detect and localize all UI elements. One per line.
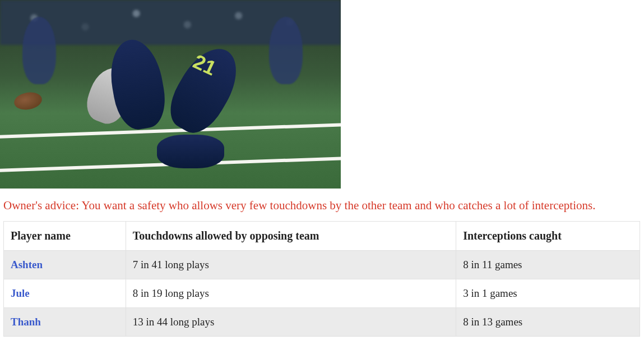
player-name-link[interactable]: Thanh xyxy=(4,307,126,336)
football-action-image: 21 xyxy=(0,0,341,189)
touchdowns-cell: 13 in 44 long plays xyxy=(126,307,456,336)
table-row: Thanh 13 in 44 long plays 8 in 13 games xyxy=(4,307,640,336)
touchdowns-cell: 8 in 19 long plays xyxy=(126,279,456,307)
table-header-row: Player name Touchdowns allowed by opposi… xyxy=(4,221,640,250)
col-header-touchdowns: Touchdowns allowed by opposing team xyxy=(126,221,456,250)
owners-advice-text: Owner's advice: You want a safety who al… xyxy=(0,189,644,221)
col-header-interceptions: Interceptions caught xyxy=(456,221,640,250)
player-stats-table: Player name Touchdowns allowed by opposi… xyxy=(3,221,640,337)
table-row: Jule 8 in 19 long plays 3 in 1 games xyxy=(4,279,640,307)
interceptions-cell: 8 in 13 games xyxy=(456,307,640,336)
touchdowns-cell: 7 in 41 long plays xyxy=(126,250,456,279)
col-header-player: Player name xyxy=(4,221,126,250)
interceptions-cell: 8 in 11 games xyxy=(456,250,640,279)
player-name-link[interactable]: Jule xyxy=(4,279,126,307)
interceptions-cell: 3 in 1 games xyxy=(456,279,640,307)
table-row: Ashten 7 in 41 long plays 8 in 11 games xyxy=(4,250,640,279)
player-name-link[interactable]: Ashten xyxy=(4,250,126,279)
